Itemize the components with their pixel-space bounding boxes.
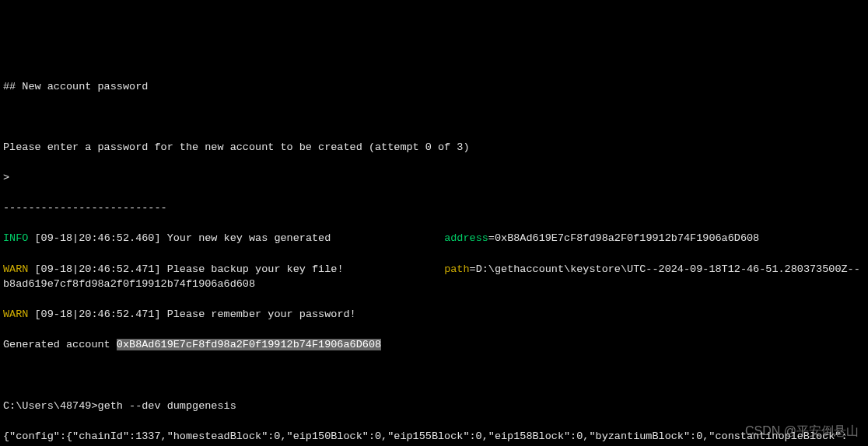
log-level-warn: WARN (3, 263, 28, 275)
shell-prompt: C:\Users\48749> (3, 400, 98, 412)
command-line: C:\Users\48749>geth --dev dumpgenesis (3, 399, 865, 414)
log-level-warn: WARN (3, 308, 28, 320)
log-level-info: INFO (3, 232, 28, 244)
blank-line (3, 110, 865, 125)
timestamp: [09-18|20:46:52.460] (35, 232, 161, 244)
password-prompt: Please enter a password for the new acco… (3, 140, 865, 155)
generated-address[interactable]: 0xB8Ad619E7cF8fd98a2F0f19912b74F1906a6D6… (117, 339, 381, 350)
generated-label: Generated account (3, 339, 117, 350)
log-message: Please remember your password! (167, 308, 356, 320)
address-label: address (444, 232, 488, 244)
path-label: path (444, 263, 469, 275)
divider: -------------------------- (3, 200, 865, 216)
blank-line (3, 368, 865, 384)
warn-line-1: WARN [09-18|20:46:52.471] Please backup … (3, 262, 865, 292)
warn-line-2: WARN [09-18|20:46:52.471] Please remembe… (3, 307, 865, 322)
header-title: ## New account password (3, 79, 865, 95)
log-message: Please backup your key file! (167, 263, 344, 275)
info-line: INFO [09-18|20:46:52.460] Your new key w… (3, 231, 865, 246)
log-message: Your new key was generated (167, 232, 331, 244)
input-cursor[interactable]: > (3, 170, 865, 186)
generated-account-line: Generated account 0xB8Ad619E7cF8fd98a2F0… (3, 337, 865, 353)
timestamp: [09-18|20:46:52.471] (35, 263, 161, 275)
timestamp: [09-18|20:46:52.471] (35, 308, 161, 320)
genesis-json: {"config":{"chainId":1337,"homesteadBloc… (3, 429, 865, 446)
command-text[interactable]: geth --dev dumpgenesis (98, 400, 236, 412)
address-value: =0xB8Ad619E7cF8fd98a2F0f19912b74F1906a6D… (488, 232, 759, 244)
terminal-output[interactable]: ## New account password Please enter a p… (3, 64, 865, 446)
